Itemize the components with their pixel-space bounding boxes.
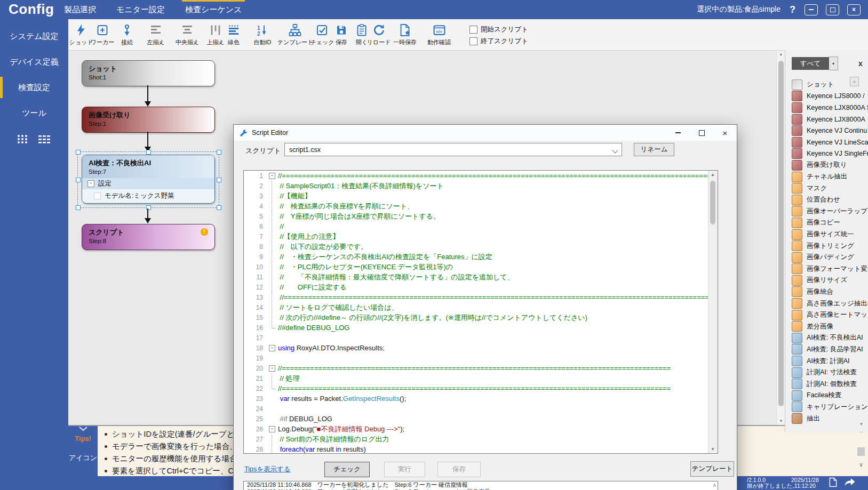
code-line[interactable]: 26−Log.Debug("■不良詳細情報 Debug --->");	[244, 424, 708, 434]
palette-item[interactable]: 画像受け取り	[792, 159, 868, 171]
share-arrow-icon[interactable]	[843, 477, 856, 489]
code-line[interactable]: 22//====================================…	[244, 383, 708, 393]
checkbox[interactable]	[469, 26, 477, 34]
list-view-icon[interactable]	[38, 133, 52, 147]
palette-item[interactable]: 画像トリミング	[792, 240, 868, 252]
fold-collapse-icon[interactable]: −	[269, 365, 275, 372]
palette-filter-dropdown[interactable]: すべて	[792, 57, 829, 70]
code-line[interactable]: 8 // 以下の設定が必要です。	[244, 242, 708, 252]
dialog-minimize-button[interactable]	[666, 125, 690, 141]
menu-item-1[interactable]: モニター設定	[115, 0, 166, 20]
show-tips-link[interactable]: Tipsを表示する	[244, 465, 291, 474]
toolbar-button-line-color[interactable]: 線色	[221, 22, 246, 48]
toolbar-button-auto-id[interactable]: 12自動ID	[250, 22, 275, 48]
code-line[interactable]: 1−//====================================…	[244, 171, 708, 181]
palette-item[interactable]: AI検査: 不良検出AI	[792, 332, 868, 344]
code-line[interactable]: 10 // ・PLC用のレセプター(KEYENCE データ監視1等)の	[244, 262, 708, 272]
sidebar-item-2[interactable]: 検査設定	[0, 75, 68, 100]
tips-tab[interactable]: Tips! アイコン	[68, 426, 98, 477]
canvas-scrollbar[interactable]: ▲ ▼	[776, 50, 785, 425]
fold-collapse-icon[interactable]: −	[269, 173, 275, 179]
toolbar-button-temp-save[interactable]: 一時保存	[388, 22, 421, 48]
code-line[interactable]: 2 // SampleScript01：検査結果(不良詳細情報)をソート	[244, 181, 708, 191]
scrollbar-thumb[interactable]	[778, 61, 784, 406]
code-line[interactable]: 18−using RoxyAI.DTO.InspectResults;	[244, 343, 708, 353]
palette-item[interactable]: 差分画像	[792, 320, 868, 332]
toolbar-button-action-check[interactable]: </>動作確認	[423, 22, 456, 48]
dialog-titlebar[interactable]: Script Editor ×	[234, 125, 737, 141]
code-line[interactable]: 20−//===================================…	[244, 363, 708, 373]
script-select[interactable]: script1.csx	[284, 143, 622, 156]
palette-item[interactable]: Keyence VJ LineSca	[792, 136, 868, 148]
checkbox[interactable]	[469, 37, 477, 45]
flow-node-shot[interactable]: ショット Shot:1	[82, 60, 215, 86]
fold-collapse-icon[interactable]: −	[269, 426, 275, 432]
code-line[interactable]: 24	[244, 404, 708, 414]
fold-column[interactable]: −	[267, 363, 278, 373]
scroll-up-icon[interactable]: ∧	[713, 482, 716, 488]
dialog-maximize-button[interactable]	[690, 125, 713, 141]
palette-close-button[interactable]: x	[858, 59, 863, 68]
palette-item[interactable]: 計測AI: 寸法検査	[792, 367, 868, 379]
palette-item[interactable]: Keyence LJS8000 /	[792, 91, 868, 102]
palette-item[interactable]: Facilea検査	[792, 390, 868, 401]
palette-item[interactable]: キャリブレーション	[792, 401, 868, 413]
code-line[interactable]: 5 // Y座標が同じ場合はX座標で昇順にソートする。	[244, 211, 708, 221]
scroll-up-icon[interactable]: ▲	[777, 50, 785, 58]
flow-node-script[interactable]: スクリプト Step:8 !	[82, 224, 215, 250]
code-line[interactable]: 3 //【機能】	[244, 191, 708, 201]
selection-handle[interactable]	[76, 178, 81, 182]
code-line[interactable]: 13 //===================================…	[244, 292, 708, 302]
palette-item[interactable]: 高さ画像ヒートマップ変	[792, 309, 868, 321]
selection-handle[interactable]	[76, 150, 81, 155]
check-button[interactable]: チェック	[324, 462, 370, 477]
code-line[interactable]: 7 //【使用上の注意】	[244, 231, 708, 242]
toolbar-button-align-left[interactable]: 左揃え	[143, 22, 169, 48]
maximize-button[interactable]	[826, 4, 839, 15]
dialog-close-button[interactable]: ×	[713, 125, 737, 141]
menu-item-2[interactable]: 検査シーケンス	[184, 0, 243, 20]
fold-column[interactable]: −	[267, 171, 278, 181]
toolbar-button-template-tree[interactable]: テンプレート	[277, 22, 313, 48]
palette-item[interactable]: 画像統合	[792, 286, 868, 298]
palette-item[interactable]: 画像リサイズ	[792, 275, 868, 286]
scrollbar-thumb[interactable]	[710, 181, 715, 224]
selection-handle[interactable]	[217, 205, 221, 210]
code-line[interactable]: 11 // 「不良詳細情報：最大確信度で降順ソートする」の設定を追加して、	[244, 272, 708, 282]
code-line[interactable]: 28 foreach(var result in results)	[244, 444, 708, 453]
code-line[interactable]: 12 // OFFに設定する	[244, 282, 708, 292]
code-line[interactable]: 14 // ソートをログで確認したい場合は、	[244, 302, 708, 312]
toolbar-button-connect-pin[interactable]: 接続	[114, 22, 140, 48]
palette-item[interactable]: Keyence LJX8000A	[792, 114, 868, 125]
code-line[interactable]: 25 #if DEBUG_LOG	[244, 414, 708, 424]
flow-node-image-receive[interactable]: 画像受け取り Step:1	[82, 107, 215, 133]
palette-item[interactable]: 画像オーバーラップ	[792, 206, 868, 218]
node-settings-row[interactable]: − 設定	[82, 178, 214, 189]
code-line[interactable]: 27 // Sort前の不良詳細情報のログ出力	[244, 434, 708, 444]
fold-column[interactable]: −	[267, 343, 278, 353]
document-icon[interactable]	[829, 477, 837, 489]
palette-item[interactable]: マスク	[792, 182, 868, 194]
scroll-up-icon[interactable]: ▲	[708, 171, 717, 179]
code-line[interactable]: 17	[244, 333, 708, 343]
editor-scrollbar[interactable]: ▲ ▼	[708, 171, 718, 453]
code-line[interactable]: 9 // ・検査シーケンスの不良検出AIの検査設定を「Features」に設定	[244, 252, 708, 262]
sidebar-item-0[interactable]: システム設定	[0, 23, 68, 49]
fold-column[interactable]: −	[267, 424, 278, 434]
palette-item[interactable]: 計測AI: 個数検査	[792, 378, 868, 390]
palette-item[interactable]: 高さ画像エッジ抽出(LJ	[792, 298, 868, 309]
collapse-icon[interactable]: −	[87, 180, 94, 187]
palette-item[interactable]: 画像フォーマット変換	[792, 263, 868, 275]
palette-item[interactable]: Keyence VJ SingleFr	[792, 148, 868, 160]
menu-item-0[interactable]: 製品選択	[63, 0, 97, 20]
node-model-row[interactable]: モデル名:ミックス野菜	[82, 189, 214, 202]
fold-collapse-icon[interactable]: −	[269, 345, 275, 351]
palette-item[interactable]: 画像サイズ統一	[792, 229, 868, 240]
palette-item[interactable]: チャネル抽出	[792, 171, 868, 183]
palette-item[interactable]: Keyence LJX8000A S	[792, 102, 868, 114]
scroll-down-icon[interactable]: ∨	[857, 461, 865, 468]
code-line[interactable]: 23 var results = Packet.GetInspectResult…	[244, 393, 708, 404]
rename-button[interactable]: リネーム	[634, 143, 674, 156]
close-button[interactable]: ×	[847, 4, 861, 15]
selection-handle[interactable]	[217, 178, 221, 182]
